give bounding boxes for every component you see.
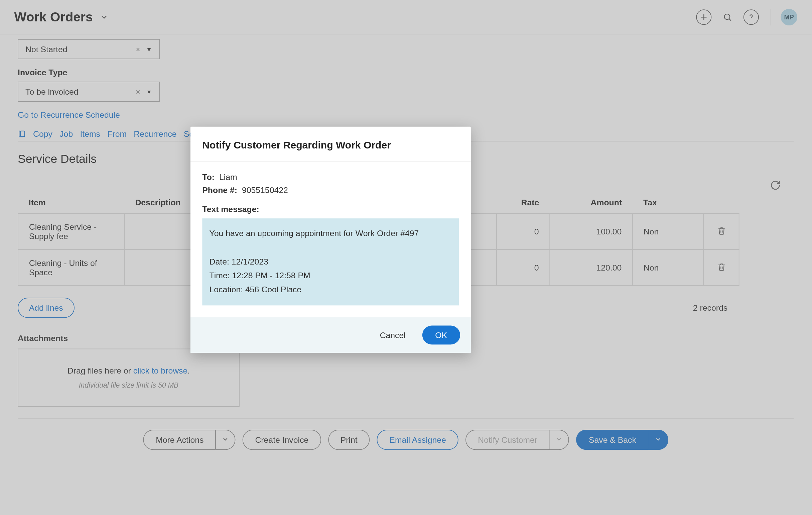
cancel-button[interactable]: Cancel bbox=[372, 325, 414, 345]
phone-label: Phone #: bbox=[202, 185, 237, 195]
modal-footer: Cancel OK bbox=[191, 317, 471, 353]
message-box[interactable]: You have an upcoming appointment for Wor… bbox=[202, 218, 459, 305]
to-value: Liam bbox=[219, 172, 237, 182]
modal-to-row: To: Liam bbox=[202, 172, 459, 182]
phone-value: 9055150422 bbox=[242, 185, 288, 195]
modal-title: Notify Customer Regarding Work Order bbox=[202, 140, 459, 152]
message-label: Text message: bbox=[202, 204, 459, 214]
to-label: To: bbox=[202, 172, 214, 182]
modal-header: Notify Customer Regarding Work Order bbox=[191, 127, 471, 162]
ok-button[interactable]: OK bbox=[422, 325, 460, 345]
notify-customer-modal: Notify Customer Regarding Work Order To:… bbox=[191, 127, 471, 353]
modal-phone-row: Phone #: 9055150422 bbox=[202, 185, 459, 195]
modal-body: To: Liam Phone #: 9055150422 Text messag… bbox=[191, 162, 471, 317]
